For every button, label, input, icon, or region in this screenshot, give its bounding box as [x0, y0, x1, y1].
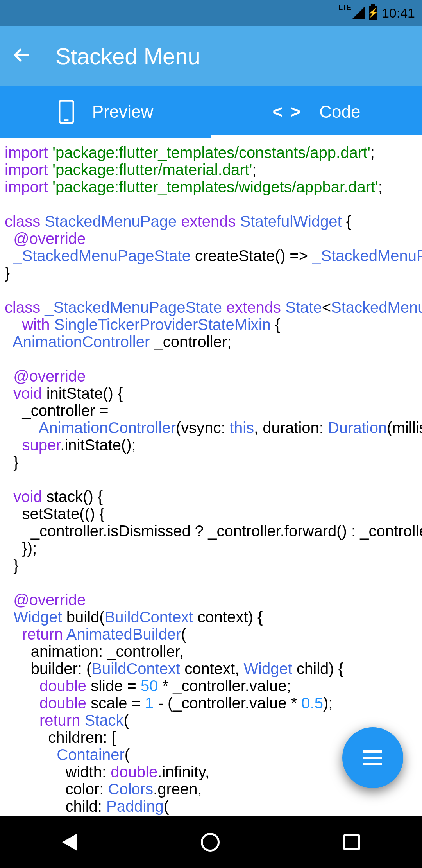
code-viewer[interactable]: import 'package:flutter_templates/consta… [0, 138, 422, 821]
status-time: 10:41 [382, 5, 415, 21]
tab-bar: Preview < > Code [0, 86, 422, 138]
page-title: Stacked Menu [55, 43, 200, 69]
tab-code[interactable]: < > Code [211, 86, 422, 138]
status-lte-label: LTE [338, 4, 351, 12]
app-bar: Stacked Menu [0, 26, 422, 86]
nav-home-icon[interactable] [201, 833, 220, 852]
back-icon[interactable] [12, 45, 32, 67]
hamburger-icon [363, 750, 382, 765]
battery-icon: ⚡ [369, 6, 377, 20]
code-icon: < > [273, 102, 302, 122]
nav-back-icon[interactable] [62, 834, 77, 851]
fab-menu-button[interactable] [342, 727, 403, 788]
android-nav-bar [0, 816, 422, 868]
status-bar: LTE ⚡ 10:41 [0, 0, 422, 26]
tab-preview-label: Preview [92, 102, 154, 122]
signal-icon [352, 7, 365, 19]
tab-code-label: Code [319, 102, 360, 122]
tab-preview[interactable]: Preview [0, 86, 211, 138]
nav-recents-icon[interactable] [343, 834, 360, 850]
phone-icon [58, 99, 75, 124]
